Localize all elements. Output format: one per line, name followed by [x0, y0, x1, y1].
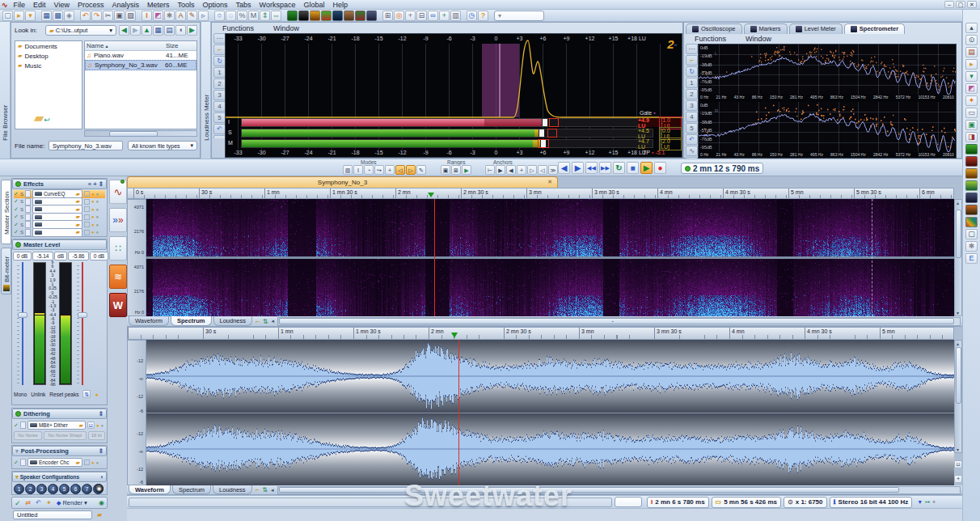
- restore-button[interactable]: ▢: [956, 1, 965, 8]
- sort-icon[interactable]: ⇅: [262, 486, 268, 493]
- rewind-button[interactable]: ◀◀: [585, 162, 598, 174]
- reset-peaks-button[interactable]: Reset peaks: [49, 392, 78, 397]
- fader-left-value[interactable]: 0 dB: [13, 252, 32, 260]
- audition-icon[interactable]: ◖: [175, 25, 186, 36]
- effect-enable-icon[interactable]: ✓: [14, 214, 19, 220]
- paste-icon[interactable]: ▨: [125, 11, 136, 21]
- bit-meter-tab[interactable]: Bit-meter: [1, 248, 11, 294]
- colors-icon[interactable]: ◨: [965, 132, 978, 142]
- waveform-left-channel[interactable]: [146, 340, 954, 413]
- anchor-marker-icon[interactable]: +: [517, 165, 526, 175]
- marker-flag-icon[interactable]: ▾: [965, 71, 978, 82]
- post-enable-icon[interactable]: ✓: [14, 460, 19, 466]
- anchor-prev-icon[interactable]: ◀: [506, 165, 516, 175]
- transform-icon[interactable]: ∿: [213, 135, 226, 138]
- lock-icon[interactable]: ●: [91, 207, 95, 212]
- noise-type-field[interactable]: No Noise: [14, 431, 42, 440]
- post-bypass-icon[interactable]: [20, 459, 26, 466]
- batch-workspace-icon[interactable]: ∷: [109, 236, 127, 260]
- save-as-icon[interactable]: ▩: [53, 11, 63, 21]
- effect-power-icon[interactable]: ●: [96, 230, 99, 235]
- view-tab[interactable]: Spectrum: [172, 485, 211, 494]
- menu-item[interactable]: Edit: [29, 1, 50, 9]
- effect-enable-icon[interactable]: ✓: [14, 222, 19, 228]
- tab-level-meter[interactable]: Level Meter: [789, 23, 843, 34]
- functions-menu[interactable]: Functions: [691, 35, 730, 43]
- tab-markers[interactable]: Markers: [744, 23, 788, 34]
- lock-icon[interactable]: ●: [91, 214, 95, 219]
- help-icon[interactable]: ?: [478, 11, 488, 21]
- time-selection-icon[interactable]: I: [142, 11, 152, 21]
- mode-arrow-icon[interactable]: ↪: [374, 165, 384, 175]
- menu-item[interactable]: Global: [299, 1, 328, 9]
- focus-icon[interactable]: ◎: [394, 11, 404, 21]
- monitor-window-icon[interactable]: ▢: [965, 229, 978, 239]
- podcast-workspace-icon[interactable]: ≋: [109, 265, 127, 289]
- speaker-config-4[interactable]: 4: [48, 484, 58, 494]
- icon-view-icon[interactable]: ▦: [153, 25, 163, 36]
- pen-icon[interactable]: ✎: [187, 11, 197, 21]
- view-tab[interactable]: Waveform: [129, 485, 171, 494]
- preset-1-button[interactable]: 1: [213, 67, 226, 78]
- kaleidoscope-icon[interactable]: ✱: [164, 11, 175, 21]
- zoom-in-icon[interactable]: +: [954, 475, 962, 483]
- transform-icon[interactable]: ∿: [686, 146, 698, 156]
- spectrum-time-ruler[interactable]: 0 s30 s1 mn1 mn 30 s2 mn2 mn 30 s3 mn3 m…: [127, 188, 954, 199]
- peak-right-value[interactable]: -5.86: [68, 252, 89, 260]
- mode-play-through-icon[interactable]: ▷: [406, 165, 416, 175]
- audition-tool-icon[interactable]: ▹: [198, 11, 209, 21]
- mode-audio-range-icon[interactable]: ▥: [343, 165, 353, 175]
- stop-circle-icon[interactable]: ◌: [226, 11, 236, 21]
- preset-folder-icon[interactable]: ▰: [97, 511, 102, 519]
- play-button[interactable]: ▶: [640, 162, 653, 174]
- bit-meter-icon[interactable]: [965, 205, 978, 215]
- stop-button[interactable]: ■: [627, 162, 639, 174]
- tab-oscilloscope[interactable]: Oscilloscope: [686, 23, 742, 34]
- effect-enable-icon[interactable]: ✓: [14, 229, 19, 235]
- save-icon[interactable]: ▦: [41, 11, 52, 21]
- effect-solo-icon[interactable]: S: [20, 192, 23, 197]
- panels-icon[interactable]: ⊟: [416, 11, 427, 21]
- spectrometer-graph-right[interactable]: [699, 102, 956, 152]
- mode-pen-icon[interactable]: ✎: [416, 165, 426, 175]
- menu-item[interactable]: Help: [328, 1, 352, 9]
- play-anchor-marker[interactable]: [428, 193, 434, 199]
- preset-3-button[interactable]: 3: [686, 100, 698, 111]
- speaker-config-7[interactable]: 7: [82, 484, 92, 494]
- effect-enable-icon[interactable]: ✓: [14, 198, 19, 205]
- tab-spectrometer[interactable]: Spectrometer: [844, 23, 905, 34]
- effects-header[interactable]: Effects ≡ + ⇕: [12, 179, 107, 189]
- speaker-config-header[interactable]: ▾ Speaker Configurations ◖: [12, 472, 107, 482]
- window-menu[interactable]: Window: [269, 24, 303, 32]
- oscilloscope-icon[interactable]: [965, 156, 978, 167]
- preset-key-icon[interactable]: ⌐: [686, 55, 698, 66]
- link-icon[interactable]: ∞: [428, 11, 438, 21]
- folder-icon[interactable]: ▸: [965, 59, 978, 70]
- functions-menu[interactable]: Functions: [218, 24, 258, 32]
- snap-zero-icon[interactable]: %: [237, 11, 247, 21]
- effect-bypass-icon[interactable]: [25, 198, 31, 205]
- undo-icon[interactable]: ↶: [686, 134, 698, 145]
- effect-solo-icon[interactable]: S: [20, 199, 23, 204]
- dithering-collapse-icon[interactable]: ⇕: [99, 410, 103, 417]
- view-tab[interactable]: Loudness: [213, 485, 252, 494]
- spectrometer-icon[interactable]: [965, 193, 978, 203]
- effect-edit-icon[interactable]: [84, 222, 90, 227]
- document-tab[interactable]: Symphony_No_3 ✕: [127, 176, 558, 188]
- anchor-end-icon[interactable]: ≫: [548, 165, 558, 175]
- undo-icon[interactable]: ↶: [36, 499, 41, 506]
- speaker-config-2[interactable]: 2: [25, 484, 36, 494]
- montage-workspace-icon[interactable]: »»: [109, 208, 127, 232]
- audio-format-field[interactable]: ℹ Stereo 16 bit 44 100 Hz: [830, 497, 913, 508]
- speaker-config-6[interactable]: 6: [70, 484, 81, 494]
- menu-item[interactable]: Meters: [143, 1, 174, 9]
- bit-depth-field[interactable]: 16 bi: [88, 431, 105, 440]
- preset-2-button[interactable]: 2: [686, 89, 698, 100]
- auto-play-icon[interactable]: ▶: [187, 25, 197, 36]
- spectrogram-right-channel[interactable]: [146, 259, 954, 316]
- fast-forward-button[interactable]: ▶▶: [599, 162, 611, 174]
- render-file-icon[interactable]: ◈: [64, 11, 74, 21]
- mode-snap-icon[interactable]: +: [385, 165, 395, 175]
- loudness-graph[interactable]: -33-30-27-24-21-18-15-12-9-6-30+3+6+9+12…: [225, 33, 682, 158]
- anchor-next-icon[interactable]: ▶: [496, 165, 505, 175]
